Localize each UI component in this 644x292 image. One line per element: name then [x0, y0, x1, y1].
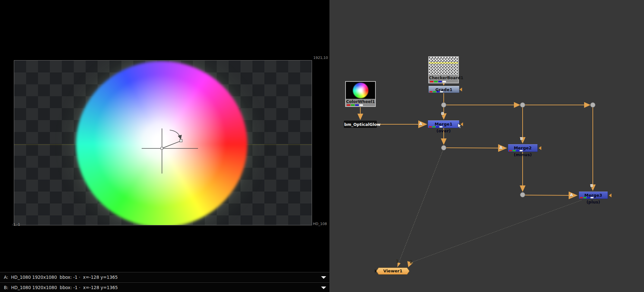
node-label: Merge3 (plus) — [584, 193, 602, 204]
dot-node[interactable] — [591, 103, 595, 108]
input-a-status-text: A: HD_1080 1920x1080 bbox: -1 · x=-128 y… — [4, 275, 118, 280]
dot-node[interactable] — [441, 146, 446, 150]
merge1-input-a-label: A — [419, 122, 422, 126]
channel-chip-blue — [355, 104, 359, 106]
node-graph-pane[interactable]: CheckerBoard1 Grade1 ColorWheel1 — [330, 0, 644, 292]
dot-node[interactable] — [520, 193, 525, 197]
node-label: Merge2 (minus) — [514, 146, 532, 157]
colorwheel-thumbnail-wheel — [353, 83, 368, 98]
viewer-pane: 1921,10 -1,-1 HD_108 A: HD_1080 1920x108… — [0, 0, 329, 292]
canvas-coord-top-right: 1921,10 — [313, 56, 328, 60]
channel-chips — [509, 150, 523, 151]
node-label: Merge1 (over) — [435, 122, 452, 133]
channel-chip-blue — [587, 197, 590, 198]
dot-node[interactable] — [520, 103, 525, 108]
checkerboard-centerline — [429, 62, 458, 63]
channel-chips — [430, 91, 443, 92]
center-handle[interactable] — [161, 147, 163, 149]
input-b-dropdown-icon[interactable] — [321, 287, 326, 289]
channel-chips — [347, 104, 363, 106]
node-bm-opticalglow[interactable]: bm_OpticalGlow — [344, 121, 377, 128]
input-b-status-bar: B: HD_1080 1920x1080 bbox: -1 · x=-128 y… — [0, 282, 329, 292]
channel-chip-red — [430, 81, 433, 82]
node-colorwheel1[interactable]: ColorWheel1 — [345, 81, 376, 107]
channel-chip-green — [351, 104, 355, 106]
node-label: Viewer1 — [376, 268, 409, 274]
checkerboard-thumbnail — [429, 57, 458, 75]
merge2-input-b-label: B — [520, 137, 523, 141]
mask-input-icon[interactable] — [609, 193, 611, 197]
channel-chip-blue — [516, 150, 519, 151]
channel-chip-alpha — [440, 126, 442, 127]
node-merge3[interactable]: Merge3 (plus) — [579, 192, 608, 199]
node-checkerboard1[interactable]: CheckerBoard1 — [428, 56, 459, 83]
mouse-cursor-icon — [458, 123, 462, 129]
channel-chip-blue — [437, 91, 440, 92]
channel-chip-red — [347, 104, 350, 106]
mask-input-icon[interactable] — [539, 146, 541, 150]
channel-chips — [429, 126, 442, 127]
channel-chip-red — [580, 197, 583, 198]
channel-chip-blue — [438, 81, 442, 82]
node-grade1[interactable]: Grade1 — [428, 86, 459, 93]
channel-chip-green — [434, 81, 438, 82]
rotation-handle[interactable] — [180, 139, 182, 142]
channel-chip-alpha — [440, 91, 443, 92]
application-window: 1921,10 -1,-1 HD_108 A: HD_1080 1920x108… — [0, 0, 644, 292]
channel-chip-green — [583, 197, 586, 198]
input-a-dropdown-icon[interactable] — [321, 276, 326, 279]
input-a-status-bar: A: HD_1080 1920x1080 bbox: -1 · x=-128 y… — [0, 272, 329, 282]
node-label: bm_OpticalGlow — [344, 122, 381, 127]
node-merge2[interactable]: Merge2 (minus) — [508, 144, 538, 152]
channel-chip-red — [429, 126, 432, 127]
merge2-input-a-label: A — [499, 146, 502, 150]
node-viewer1[interactable]: Viewer1 — [376, 268, 410, 275]
channel-chip-green — [513, 150, 516, 151]
channel-chip-green — [432, 126, 435, 127]
channel-chips — [430, 81, 446, 82]
channel-chip-blue — [436, 126, 439, 127]
channel-chip-red — [509, 150, 512, 151]
channel-chip-alpha — [442, 81, 446, 82]
viewer-input-1-label: 1 — [396, 259, 399, 264]
transform-overlay — [14, 61, 312, 225]
merge3-input-a-label: A — [570, 193, 573, 197]
channel-chip-alpha — [359, 104, 363, 106]
viewer-input-2-label: 2 — [410, 259, 412, 264]
colorwheel-thumbnail — [346, 82, 375, 99]
channel-chip-alpha — [520, 150, 523, 151]
viewer-connection-2 — [411, 200, 581, 263]
merge1-input-b-label: B — [441, 111, 444, 116]
merge3-input-b-label: B — [590, 184, 593, 188]
rotation-arc-icon — [170, 130, 181, 139]
channel-chip-green — [433, 91, 436, 92]
canvas-format-label: HD_108 — [313, 222, 327, 226]
canvas-coord-bottom-left: -1,-1 — [12, 222, 20, 227]
node-wires — [330, 0, 644, 292]
dot-node[interactable] — [441, 103, 446, 108]
mask-input-icon[interactable] — [459, 88, 462, 91]
channel-chip-red — [430, 91, 432, 92]
node-merge1[interactable]: Merge1 (over) — [428, 120, 459, 128]
channel-chips — [580, 197, 593, 198]
input-b-status-text: B: HD_1080 1920x1080 bbox: -1 · x=-128 y… — [4, 285, 118, 290]
channel-chip-alpha — [591, 197, 593, 198]
viewer-canvas[interactable] — [14, 60, 312, 225]
viewer-connection-1 — [399, 151, 443, 262]
rotation-arm — [163, 141, 181, 148]
